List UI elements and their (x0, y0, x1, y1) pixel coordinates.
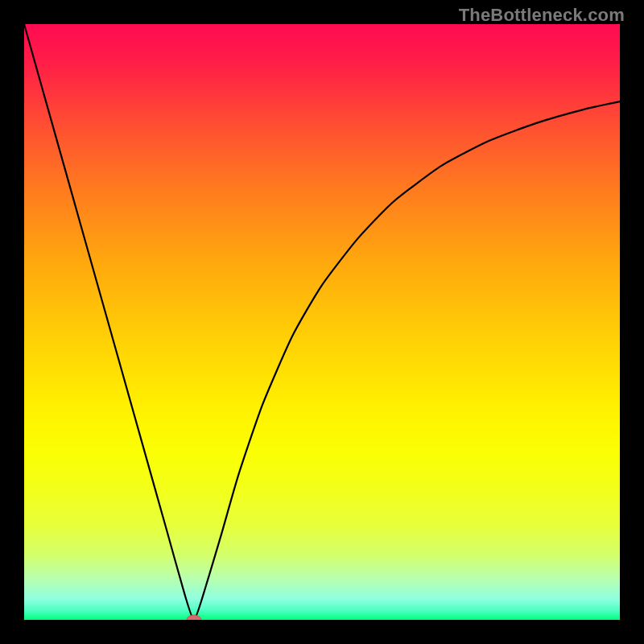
curve-svg (24, 24, 620, 620)
watermark-text: TheBottleneck.com (459, 5, 625, 26)
bottleneck-curve (24, 24, 620, 620)
plot-area (24, 24, 620, 620)
optimal-point-marker (187, 615, 201, 620)
chart-frame: TheBottleneck.com (0, 0, 644, 644)
